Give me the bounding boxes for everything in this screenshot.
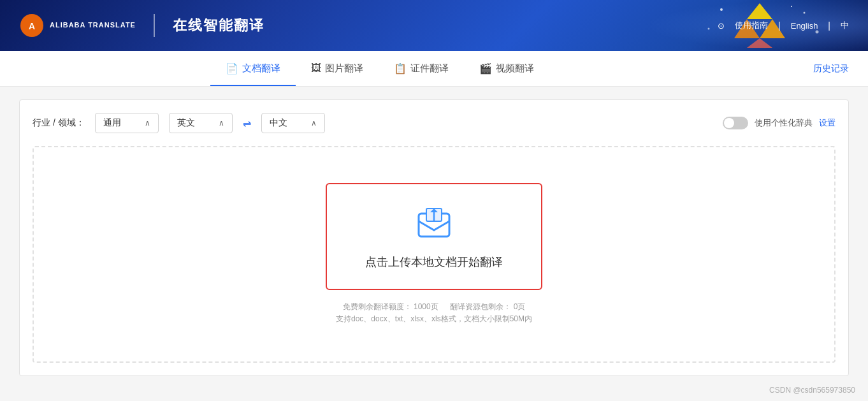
field-label: 行业 / 领域： bbox=[33, 117, 85, 129]
logo-alibaba: ALIBABA TRANSLATE bbox=[50, 21, 136, 29]
field-select[interactable]: 通用 ∧ bbox=[95, 113, 159, 133]
upload-info: 免费剩余翻译额度： 1000页 翻译资源包剩余： 0页 支持doc、docx、t… bbox=[336, 300, 532, 326]
upload-document-icon bbox=[414, 203, 454, 244]
site-title: 在线智能翻译 bbox=[173, 16, 264, 35]
svg-marker-5 bbox=[747, 38, 772, 48]
history-link[interactable]: 历史记录 bbox=[813, 63, 849, 75]
translator-panel: 行业 / 领域： 通用 ∧ 英文 ∧ ⇌ 中文 ∧ 使用个性化辞典 设置 bbox=[19, 99, 849, 376]
nav-tabs: 📄 文档翻译 🖼 图片翻译 📋 证件翻译 🎬 视频翻译 bbox=[210, 52, 549, 85]
source-arrow-icon: ∧ bbox=[219, 119, 224, 128]
format-hint: 支持doc、docx、txt、xlsx、xls格式，文档大小限制50M内 bbox=[336, 314, 532, 324]
help-icon: ⊙ bbox=[718, 21, 725, 31]
lang-separator: | bbox=[778, 20, 781, 31]
quota-label: 免费剩余翻译额度： bbox=[343, 302, 412, 311]
toggle-thumb bbox=[724, 118, 734, 128]
header-right: ⊙ 使用指南 | English | 中 bbox=[718, 20, 849, 31]
upload-box[interactable]: 点击上传本地文档开始翻译 bbox=[326, 183, 542, 290]
doc-tab-icon: 📄 bbox=[226, 62, 238, 75]
quota-info: 免费剩余翻译额度： 1000页 翻译资源包剩余： 0页 bbox=[336, 302, 532, 312]
svg-point-6 bbox=[720, 8, 723, 11]
tab-document-label: 文档翻译 bbox=[242, 62, 280, 75]
cert-tab-icon: 📋 bbox=[394, 62, 407, 75]
svg-point-9 bbox=[708, 28, 710, 30]
personalized-label: 使用个性化辞典 bbox=[755, 117, 813, 129]
svg-text:A: A bbox=[29, 21, 35, 31]
lang-chinese[interactable]: 中 bbox=[841, 20, 849, 31]
source-lang-value: 英文 bbox=[177, 117, 195, 129]
quota-value: 1000页 bbox=[414, 302, 438, 311]
settings-link[interactable]: 设置 bbox=[819, 117, 835, 129]
source-lang-select[interactable]: 英文 ∧ bbox=[169, 113, 233, 133]
swap-icon[interactable]: ⇌ bbox=[243, 117, 251, 129]
target-lang-select[interactable]: 中文 ∧ bbox=[261, 113, 325, 133]
tab-certificate[interactable]: 📋 证件翻译 bbox=[379, 52, 464, 86]
video-tab-icon: 🎬 bbox=[479, 62, 492, 75]
help-link[interactable]: 使用指南 bbox=[735, 20, 768, 31]
target-lang-value: 中文 bbox=[270, 117, 287, 129]
lang-english[interactable]: English bbox=[791, 21, 818, 31]
upload-main-text: 点击上传本地文档开始翻译 bbox=[365, 254, 503, 270]
upload-area: 点击上传本地文档开始翻译 免费剩余翻译额度： 1000页 翻译资源包剩余： 0页… bbox=[33, 146, 835, 363]
nav-area: 📄 文档翻译 🖼 图片翻译 📋 证件翻译 🎬 视频翻译 历史记录 bbox=[0, 51, 868, 87]
options-right: 使用个性化辞典 设置 bbox=[723, 117, 835, 129]
header: A ALIBABA TRANSLATE 在线智能翻译 ⊙ 使用指南 | E bbox=[0, 0, 868, 51]
svg-point-7 bbox=[804, 12, 806, 14]
package-label: 翻译资源包剩余： bbox=[450, 302, 511, 311]
lang-separator2: | bbox=[828, 20, 830, 31]
tab-document[interactable]: 📄 文档翻译 bbox=[210, 52, 296, 86]
tab-video-label: 视频翻译 bbox=[496, 62, 534, 75]
personalized-toggle[interactable] bbox=[723, 117, 748, 129]
image-tab-icon: 🖼 bbox=[311, 62, 321, 74]
alibaba-logo-icon: A bbox=[19, 13, 45, 38]
tab-cert-label: 证件翻译 bbox=[410, 62, 449, 75]
package-value: 0页 bbox=[514, 302, 526, 311]
logo-box: A ALIBABA TRANSLATE bbox=[19, 13, 136, 38]
spacing bbox=[440, 302, 448, 311]
options-row: 行业 / 领域： 通用 ∧ 英文 ∧ ⇌ 中文 ∧ 使用个性化辞典 设置 bbox=[33, 113, 835, 133]
svg-point-10 bbox=[791, 6, 792, 7]
footer-watermark: CSDN @csdn565973850 bbox=[769, 386, 855, 395]
tab-image[interactable]: 🖼 图片翻译 bbox=[296, 52, 379, 86]
target-arrow-icon: ∧ bbox=[311, 119, 317, 128]
content: 行业 / 领域： 通用 ∧ 英文 ∧ ⇌ 中文 ∧ 使用个性化辞典 设置 bbox=[0, 87, 868, 401]
field-arrow-icon: ∧ bbox=[145, 119, 150, 128]
field-value: 通用 bbox=[103, 117, 121, 129]
header-left: A ALIBABA TRANSLATE 在线智能翻译 bbox=[19, 13, 264, 38]
logo-divider bbox=[154, 14, 155, 37]
tab-image-label: 图片翻译 bbox=[325, 62, 363, 75]
svg-marker-2 bbox=[747, 3, 772, 19]
tab-video[interactable]: 🎬 视频翻译 bbox=[464, 52, 549, 86]
